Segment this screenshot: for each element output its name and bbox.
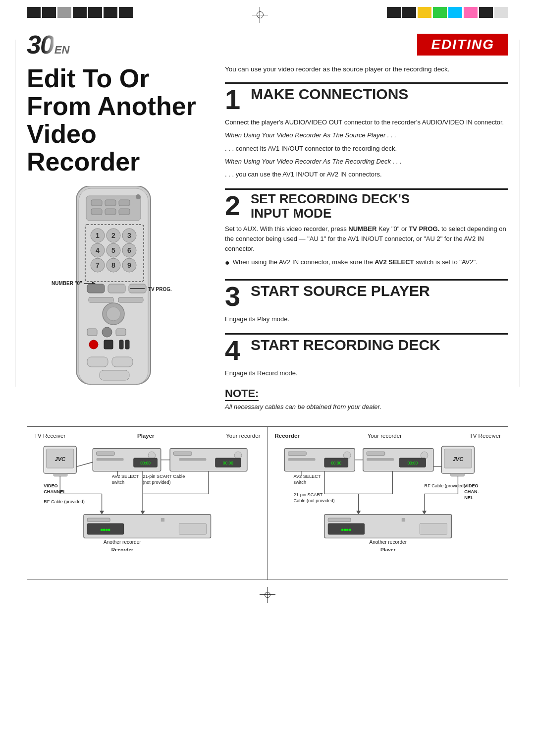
svg-marker-126 <box>356 511 361 514</box>
reg-mark-left <box>27 7 133 18</box>
svg-text:■■■■: ■■■■ <box>101 527 110 532</box>
section-badge: EDITING <box>417 34 508 56</box>
svg-rect-39 <box>118 297 143 302</box>
svg-rect-136 <box>420 523 447 534</box>
svg-text:00:00: 00:00 <box>331 461 341 465</box>
svg-text:00:00: 00:00 <box>407 461 418 465</box>
step-1-text-2: When Using Your Video Recorder As The So… <box>225 130 508 140</box>
diagram-right: Recorder Your recorder TV Receiver 00:00 <box>268 427 508 580</box>
svg-rect-92 <box>179 523 206 534</box>
svg-text:4: 4 <box>96 246 100 254</box>
svg-marker-86 <box>100 511 104 514</box>
svg-marker-82 <box>141 511 145 514</box>
svg-text:JVC: JVC <box>55 456 66 462</box>
step-2-text-1: Set to AUX. With this video recorder, pr… <box>225 224 508 254</box>
svg-rect-104 <box>367 458 394 461</box>
svg-text:RF Cable (provided): RF Cable (provided) <box>44 499 84 504</box>
svg-rect-46 <box>104 340 113 349</box>
step-1-title: Make Connections <box>251 86 408 102</box>
step-4-body: Engage its Record mode. <box>225 368 508 378</box>
diagram-right-svg: 00:00 00:00 JVC AV2 SELECT switch 21-pi <box>275 442 501 551</box>
section-2-header: 2 Set Recording Deck'sInput Mode <box>225 188 508 220</box>
step-4-text-1: Engage its Record mode. <box>225 368 508 378</box>
remote-svg: 1 2 3 4 5 6 7 <box>47 186 175 394</box>
svg-text:NEL: NEL <box>464 495 474 500</box>
note-text: All necessary cables can be obtained fro… <box>225 403 508 410</box>
svg-text:00:00: 00:00 <box>223 461 233 465</box>
svg-rect-48 <box>125 340 129 349</box>
svg-text:3: 3 <box>127 232 131 239</box>
section-2: 2 Set Recording Deck'sInput Mode Set to … <box>225 188 508 270</box>
svg-rect-55 <box>54 473 67 476</box>
crosshair-bottom <box>27 588 508 602</box>
step-1-body: Connect the player's AUDIO/VIDEO OUT con… <box>225 117 508 179</box>
svg-text:switch: switch <box>293 480 306 485</box>
step-2-body: Set to AUX. With this video recorder, pr… <box>225 224 508 270</box>
svg-text:21-pin SCART: 21-pin SCART <box>293 492 322 497</box>
svg-text:■■■■: ■■■■ <box>341 527 351 532</box>
svg-rect-33 <box>108 284 125 293</box>
svg-text:CHAN-: CHAN- <box>464 489 479 494</box>
diagram-left-svg: JVC 00:00 00:00 AV2 <box>34 442 261 551</box>
section-3-header: 3 Start Source Player <box>225 279 508 310</box>
svg-rect-5 <box>119 200 130 206</box>
svg-text:8: 8 <box>111 261 115 269</box>
svg-rect-59 <box>97 458 124 461</box>
step-3-number: 3 <box>225 283 245 310</box>
svg-text:CHANNEL: CHANNEL <box>44 489 66 494</box>
svg-point-9 <box>136 194 141 199</box>
svg-rect-6 <box>91 209 102 215</box>
section-3: 3 Start Source Player Engage its Play mo… <box>225 279 508 324</box>
svg-text:RF Cable (provided): RF Cable (provided) <box>424 483 465 488</box>
svg-rect-8 <box>119 209 130 215</box>
section-4-header: 4 Start Recording Deck <box>225 333 508 364</box>
step-3-text-1: Engage its Play mode. <box>225 314 508 324</box>
label-your-recorder-right: Your recorder <box>368 433 402 439</box>
page-title: Edit To Or From Another Video Recorder <box>27 64 210 176</box>
step-1-text-1: Connect the player's AUDIO/VIDEO OUT con… <box>225 117 508 127</box>
step-1-text-5: . . . you can use the AV1 IN/OUT or AV2 … <box>225 170 508 179</box>
svg-rect-98 <box>288 458 315 461</box>
svg-text:switch: switch <box>112 480 124 485</box>
diagram-left: TV Receiver Player Your recorder JVC <box>27 427 268 580</box>
svg-rect-3 <box>91 200 102 206</box>
svg-rect-132 <box>328 518 351 522</box>
svg-rect-32 <box>87 284 105 293</box>
label-player: Player <box>137 433 155 439</box>
note-section: NOTE: All necessary cables can be obtain… <box>225 387 508 410</box>
label-tv-receiver-right: TV Receiver <box>470 433 501 439</box>
svg-text:2: 2 <box>111 232 115 239</box>
svg-text:9: 9 <box>127 261 131 269</box>
svg-rect-50 <box>112 357 133 367</box>
svg-text:6: 6 <box>127 246 131 254</box>
page: 30 EN EDITING Edit To Or From Another Vi… <box>0 0 535 756</box>
step-1-text-4: When Using Your Video Recorder As The Re… <box>225 157 508 167</box>
svg-text:VIDEO: VIDEO <box>44 483 58 488</box>
svg-text:Cable (not provided): Cable (not provided) <box>293 498 334 503</box>
section-1-header: 1 Make Connections <box>225 82 508 114</box>
svg-rect-7 <box>105 209 116 215</box>
svg-text:AV2 SELECT: AV2 SELECT <box>293 474 321 479</box>
page-number-en: EN <box>54 44 70 57</box>
label-recorder-right: Recorder <box>275 433 300 439</box>
step-3-body: Engage its Play mode. <box>225 314 508 324</box>
svg-text:TV PROG.: TV PROG. <box>148 287 172 292</box>
svg-text:Another recorder: Another recorder <box>369 539 407 545</box>
svg-text:1: 1 <box>96 232 100 239</box>
svg-text:NUMBER "0": NUMBER "0" <box>52 281 82 286</box>
bottom-diagram: TV Receiver Player Your recorder JVC <box>27 426 508 580</box>
svg-rect-65 <box>179 458 206 461</box>
svg-text:VIDEO: VIDEO <box>464 483 479 488</box>
step-2-bullet-1: ● When using the AV2 IN connector, make … <box>225 257 508 270</box>
label-tv-receiver-left: TV Receiver <box>34 433 65 439</box>
svg-text:Another recorder: Another recorder <box>104 539 141 545</box>
svg-text:(not provided): (not provided) <box>143 480 171 485</box>
svg-rect-88 <box>87 518 110 522</box>
note-title: NOTE: <box>225 387 259 401</box>
svg-rect-133 <box>401 518 405 522</box>
main-content: Edit To Or From Another Video Recorder <box>27 64 508 410</box>
svg-text:00:00: 00:00 <box>140 461 151 465</box>
step-2-number: 2 <box>225 192 245 220</box>
crosshair-top <box>252 7 268 23</box>
right-column: You can use your video recorder as the s… <box>225 64 508 410</box>
